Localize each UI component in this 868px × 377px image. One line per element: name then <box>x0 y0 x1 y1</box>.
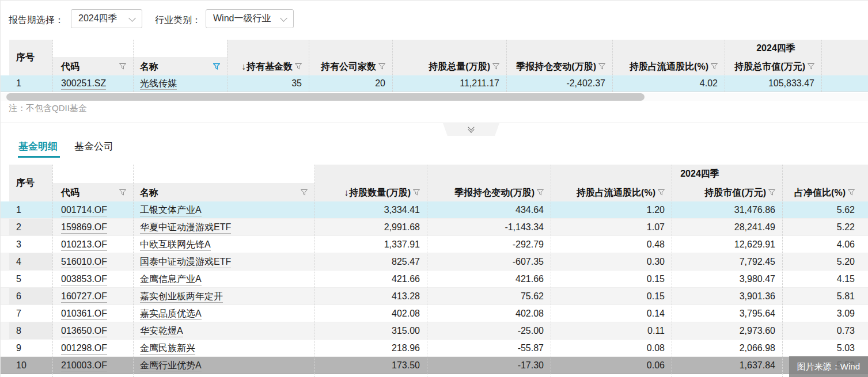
fund-name-link[interactable]: 嘉实品质优选A <box>133 305 314 322</box>
fund-code-link[interactable]: 003853.OF <box>52 271 133 287</box>
column-header-float-ratio[interactable]: 持股占流通股比(%) <box>612 57 725 75</box>
column-header-fund-count[interactable]: ↓ 持有基金数 <box>227 57 309 75</box>
fund-code-link[interactable]: 160727.OF <box>52 288 133 304</box>
filter-icon[interactable] <box>119 63 126 70</box>
fund-code-link[interactable]: 516010.OF <box>52 253 133 270</box>
table-row[interactable]: 1 001714.OF 工银文体产业A 3,334.41 434.64 1.20… <box>1 201 868 219</box>
column-header-company-count[interactable]: 持有公司家数 <box>309 57 392 75</box>
active-tab-indicator <box>18 156 60 158</box>
table-row[interactable]: 7 010361.OF 嘉实品质优选A 402.08 402.08 0.14 3… <box>1 305 868 322</box>
filter-icon[interactable] <box>598 63 605 70</box>
stock-seq: 1 <box>9 75 52 92</box>
fund-qty: 173.50 <box>314 357 427 374</box>
fund-market-value: 2,973.60 <box>672 322 782 339</box>
tab-fund-company[interactable]: 基金公司 <box>74 140 113 153</box>
filter-icon-active[interactable] <box>213 63 220 70</box>
fund-qty: 421.66 <box>314 271 427 287</box>
column-header-total-shares[interactable]: 持股总量(万股) <box>392 57 506 75</box>
fund-float-ratio: 0.06 <box>551 357 672 374</box>
fund-change: -292.79 <box>427 236 551 253</box>
report-period-select[interactable]: 2024四季 <box>71 9 142 28</box>
column-divider <box>309 40 309 92</box>
top-controls-bar: 报告期选择： 2024四季 行业类别： Wind一级行业 <box>1 1 868 35</box>
fund-seq: 5 <box>9 271 52 287</box>
fund-change: -607.35 <box>427 253 551 270</box>
column-header-code[interactable]: 代码 <box>52 57 133 75</box>
fund-name-link[interactable]: 华夏中证动漫游戏ETF <box>133 219 314 235</box>
fund-name-link[interactable]: 华安乾煜A <box>133 322 314 339</box>
stock-qoq-change: -2,402.37 <box>506 75 612 92</box>
table-row[interactable]: 2 159869.OF 华夏中证动漫游戏ETF 2,991.68 -1,143.… <box>1 219 868 236</box>
wind-fund-holdings-page: 报告期选择： 2024四季 行业类别： Wind一级行业 2024四季 序号 代… <box>0 0 868 377</box>
table-row[interactable]: 5 003853.OF 金鹰信息产业A 421.66 421.66 0.15 3… <box>1 271 868 288</box>
filter-icon[interactable] <box>295 63 302 70</box>
column-divider <box>725 40 725 92</box>
table-row[interactable]: 4 516010.OF 国泰中证动漫游戏ETF 825.47 -607.35 0… <box>1 253 868 271</box>
filter-icon[interactable] <box>848 189 855 196</box>
fund-name-link[interactable]: 中欧互联网先锋A <box>133 236 314 253</box>
table-row[interactable]: 9 001298.OF 金鹰民族新兴 218.96 -55.87 0.08 2,… <box>1 340 868 357</box>
column-header-net-ratio[interactable]: 占净值比(%) <box>782 183 862 201</box>
industry-type-select[interactable]: Wind一级行业 <box>206 9 294 28</box>
tab-fund-detail[interactable]: 基金明细 <box>18 140 58 153</box>
column-header-name[interactable]: 名称 <box>133 57 227 75</box>
fund-name-link[interactable]: 工银文体产业A <box>133 201 314 218</box>
column-header-qoq-change[interactable]: 季报持仓变动(万股) <box>427 183 551 201</box>
collapse-panel-button[interactable] <box>443 123 499 136</box>
fund-code-link[interactable]: 010213.OF <box>52 236 133 253</box>
partial-next-row <box>1 374 868 377</box>
stock-code-link[interactable]: 300251.SZ <box>52 75 133 92</box>
fund-net-ratio: 3.09 <box>782 305 862 322</box>
table-row[interactable]: 8 013650.OF 华安乾煜A 315.00 -25.00 0.11 2,9… <box>1 322 868 340</box>
column-header-qoq-change[interactable]: 季报持仓变动(万股) <box>506 57 612 75</box>
filter-icon[interactable] <box>537 189 544 196</box>
fund-detail-table: 2024四季 序号 代码 名称 ↓ 持股数量(万股) 季报持仓变动(万股) 持股… <box>1 165 868 377</box>
fund-name-link[interactable]: 国泰中证动漫游戏ETF <box>133 253 314 270</box>
fund-name-link[interactable]: 嘉实创业板两年定开 <box>133 288 314 304</box>
fund-market-value: 3,795.64 <box>672 305 782 322</box>
filter-icon[interactable] <box>413 189 420 196</box>
fund-code-link[interactable]: 010361.OF <box>52 305 133 322</box>
filter-icon[interactable] <box>301 189 308 196</box>
filter-icon[interactable] <box>808 63 814 70</box>
filter-icon[interactable] <box>658 189 665 196</box>
column-header-code[interactable]: 代码 <box>52 183 133 201</box>
table-row-hovered[interactable]: 10 210003.OF 金鹰行业优势A 173.50 -17.30 0.06 … <box>1 357 868 374</box>
table-row[interactable]: 3 010213.OF 中欧互联网先锋A 1,337.91 -292.79 0.… <box>1 236 868 253</box>
fund-code-link[interactable]: 001298.OF <box>52 340 133 356</box>
fund-change: -17.30 <box>427 357 551 374</box>
fund-market-value: 1,637.84 <box>672 357 782 374</box>
table-row[interactable]: 6 160727.OF 嘉实创业板两年定开 413.28 75.62 0.15 … <box>1 288 868 305</box>
column-header-holding-qty[interactable]: ↓ 持股数量(万股) <box>314 183 427 201</box>
fund-seq: 10 <box>9 357 52 374</box>
fund-net-ratio: 5.62 <box>782 201 862 218</box>
column-header-total-market-value[interactable]: 持股总市值(万元) <box>725 57 821 75</box>
fund-name-link[interactable]: 金鹰民族新兴 <box>133 340 314 356</box>
fund-code-link[interactable]: 013650.OF <box>52 322 133 339</box>
column-header-float-ratio[interactable]: 持股占流通股比(%) <box>551 183 672 201</box>
fund-code-link[interactable]: 210003.OF <box>52 357 133 374</box>
column-header-market-value[interactable]: 持股市值(万元) <box>672 183 782 201</box>
column-divider <box>52 165 53 377</box>
column-header-net-ratio-clipped[interactable]: 持股市值占净值比(%) <box>821 57 868 75</box>
fund-float-ratio: 0.11 <box>551 322 672 339</box>
horizontal-scrollbar-thumb[interactable] <box>6 93 645 101</box>
chevron-down-icon <box>280 14 287 22</box>
filter-icon[interactable] <box>119 189 126 196</box>
tab-bar: 基金明细 基金公司 <box>1 138 868 162</box>
fund-net-ratio: 5.20 <box>782 253 862 270</box>
fund-float-ratio: 1.20 <box>551 201 672 218</box>
filter-icon[interactable] <box>711 63 718 70</box>
fund-name-link[interactable]: 金鹰信息产业A <box>133 271 314 287</box>
filter-icon[interactable] <box>492 63 499 70</box>
filter-icon[interactable] <box>768 189 775 196</box>
fund-code-link[interactable]: 001714.OF <box>52 201 133 218</box>
fund-name-link[interactable]: 金鹰行业优势A <box>133 357 314 374</box>
column-header-name[interactable]: 名称 <box>133 183 314 201</box>
filter-icon[interactable] <box>378 63 385 70</box>
fund-seq: 3 <box>9 236 52 253</box>
fund-code-link[interactable]: 159869.OF <box>52 219 133 235</box>
stock-name-link[interactable]: 光线传媒 <box>133 75 227 92</box>
column-divider <box>551 165 551 377</box>
fund-qty: 315.00 <box>314 322 427 339</box>
